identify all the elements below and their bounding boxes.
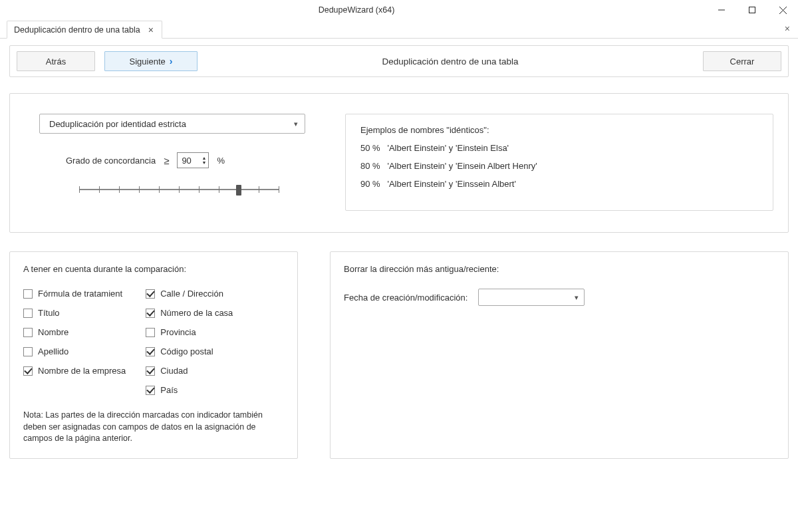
slider-tick bbox=[139, 186, 140, 193]
checkbox[interactable] bbox=[146, 366, 155, 376]
slider-tick bbox=[79, 186, 80, 193]
svg-rect-1 bbox=[749, 7, 755, 13]
minimize-button[interactable] bbox=[706, 0, 737, 20]
slider-tick bbox=[99, 186, 100, 193]
titlebar: DedupeWizard (x64) bbox=[0, 0, 798, 20]
checkbox[interactable] bbox=[146, 309, 155, 318]
checkbox[interactable] bbox=[23, 309, 33, 318]
slider-thumb[interactable] bbox=[236, 185, 241, 196]
examples-heading: Ejemplos de nombres "idénticos": bbox=[360, 125, 758, 135]
checkbox-label: Calle / Dirección bbox=[160, 289, 223, 299]
field-checkbox-row: Número de la casa bbox=[146, 308, 233, 318]
agreement-label: Grado de concordancia bbox=[66, 156, 156, 166]
delete-panel-title: Borrar la dirección más antigua/reciente… bbox=[344, 264, 775, 274]
slider-tick bbox=[279, 186, 279, 193]
window-controls bbox=[706, 0, 798, 20]
tab-dedup-table[interactable]: Deduplicación dentro de una tabla × bbox=[7, 21, 162, 39]
checkbox-label: Provincia bbox=[160, 327, 196, 337]
date-label: Fecha de creación/modificación: bbox=[344, 293, 467, 303]
checkbox-label: Nombre de la empresa bbox=[38, 366, 126, 376]
content-area: Atrás Siguiente › Deduplicación dentro d… bbox=[0, 39, 798, 468]
close-button-label: Cerrar bbox=[730, 57, 755, 66]
agreement-value: 90 bbox=[182, 156, 191, 166]
field-checkbox-row: País bbox=[146, 385, 233, 395]
spinner-arrows-icon[interactable]: ▲▼ bbox=[201, 156, 206, 165]
field-checkbox-row: Nombre de la empresa bbox=[23, 366, 126, 376]
examples-box: Ejemplos de nombres "idénticos": 50 % 'A… bbox=[345, 114, 773, 211]
field-checkbox-row: Ciudad bbox=[146, 366, 233, 376]
chevron-right-icon: › bbox=[170, 56, 173, 66]
checkbox[interactable] bbox=[23, 328, 33, 337]
delete-panel: Borrar la dirección más antigua/reciente… bbox=[330, 251, 789, 459]
slider-tick bbox=[259, 186, 259, 193]
example-line: 50 % 'Albert Einstein' y 'Einstein Elsa' bbox=[360, 143, 758, 153]
checkbox-label: Título bbox=[38, 308, 60, 318]
next-button[interactable]: Siguiente › bbox=[104, 51, 198, 71]
checkbox-label: Ciudad bbox=[160, 366, 188, 376]
greater-equal-icon: ≥ bbox=[164, 155, 169, 166]
date-field-dropdown[interactable]: ▾ bbox=[478, 289, 585, 306]
maximize-button[interactable] bbox=[737, 0, 767, 20]
slider-tick bbox=[119, 186, 120, 193]
checkbox[interactable] bbox=[146, 289, 155, 299]
agreement-slider[interactable] bbox=[79, 183, 279, 196]
compare-col-2: Calle / DirecciónNúmero de la casaProvin… bbox=[146, 289, 233, 395]
field-checkbox-row: Código postal bbox=[146, 346, 233, 356]
tab-close-icon[interactable]: × bbox=[147, 25, 155, 35]
example-line: 90 % 'Albert Einstein' y 'Einssein Alber… bbox=[360, 179, 758, 189]
field-checkbox-row: Fórmula de tratamient bbox=[23, 289, 126, 299]
checkbox[interactable] bbox=[23, 289, 33, 299]
example-line: 80 % 'Albert Einstein' y 'Einsein Albert… bbox=[360, 161, 758, 171]
slider-tick bbox=[159, 186, 160, 193]
checkbox[interactable] bbox=[146, 347, 155, 356]
compare-note: Nota: Las partes de la dirección marcada… bbox=[23, 410, 284, 445]
field-checkbox-row: Nombre bbox=[23, 327, 126, 337]
compare-col-1: Fórmula de tratamientTítuloNombreApellid… bbox=[23, 289, 126, 395]
caret-down-icon: ▾ bbox=[294, 120, 298, 128]
checkbox-label: País bbox=[160, 385, 178, 395]
checkbox-label: Código postal bbox=[160, 346, 213, 356]
close-button[interactable]: Cerrar bbox=[703, 51, 781, 71]
close-window-button[interactable] bbox=[767, 0, 798, 20]
back-button[interactable]: Atrás bbox=[17, 51, 95, 71]
field-checkbox-row: Título bbox=[23, 308, 126, 318]
field-checkbox-row: Calle / Dirección bbox=[146, 289, 233, 299]
settings-panel: Deduplicación por identidad estricta ▾ G… bbox=[9, 93, 789, 233]
caret-down-icon: ▾ bbox=[575, 293, 579, 302]
back-button-label: Atrás bbox=[46, 57, 66, 66]
page-title: Deduplicación dentro de una tabla bbox=[207, 57, 694, 66]
agreement-spinner[interactable]: 90 ▲▼ bbox=[177, 152, 209, 168]
date-row: Fecha de creación/modificación: ▾ bbox=[344, 289, 775, 306]
slider-tick bbox=[219, 186, 219, 193]
slider-tick bbox=[199, 186, 200, 193]
next-button-label: Siguiente bbox=[130, 57, 166, 66]
compare-fields-title: A tener en cuenta durante la comparación… bbox=[23, 264, 284, 274]
field-checkbox-row: Apellido bbox=[23, 346, 126, 356]
slider-tick bbox=[179, 186, 180, 193]
wizard-header: Atrás Siguiente › Deduplicación dentro d… bbox=[9, 45, 789, 77]
dedup-mode-dropdown[interactable]: Deduplicación por identidad estricta ▾ bbox=[39, 114, 305, 134]
checkbox-label: Fórmula de tratamient bbox=[38, 289, 122, 299]
tabstrip-close-all-icon[interactable]: × bbox=[785, 23, 790, 34]
dedup-mode-value: Deduplicación por identidad estricta bbox=[49, 119, 186, 129]
tabstrip: Deduplicación dentro de una tabla × × bbox=[0, 20, 798, 39]
window-title: DedupeWizard (x64) bbox=[7, 5, 706, 15]
agreement-unit: % bbox=[217, 156, 225, 166]
checkbox-label: Nombre bbox=[38, 327, 68, 337]
checkbox-label: Apellido bbox=[38, 346, 68, 356]
checkbox[interactable] bbox=[146, 328, 155, 337]
tab-label: Deduplicación dentro de una tabla bbox=[14, 25, 140, 35]
checkbox-label: Número de la casa bbox=[160, 308, 233, 318]
checkbox[interactable] bbox=[23, 366, 33, 376]
checkbox[interactable] bbox=[146, 386, 155, 395]
agreement-row: Grado de concordancia ≥ 90 ▲▼ % bbox=[66, 152, 325, 168]
field-checkbox-row: Provincia bbox=[146, 327, 233, 337]
checkbox[interactable] bbox=[23, 347, 33, 356]
compare-fields-panel: A tener en cuenta durante la comparación… bbox=[9, 251, 298, 459]
